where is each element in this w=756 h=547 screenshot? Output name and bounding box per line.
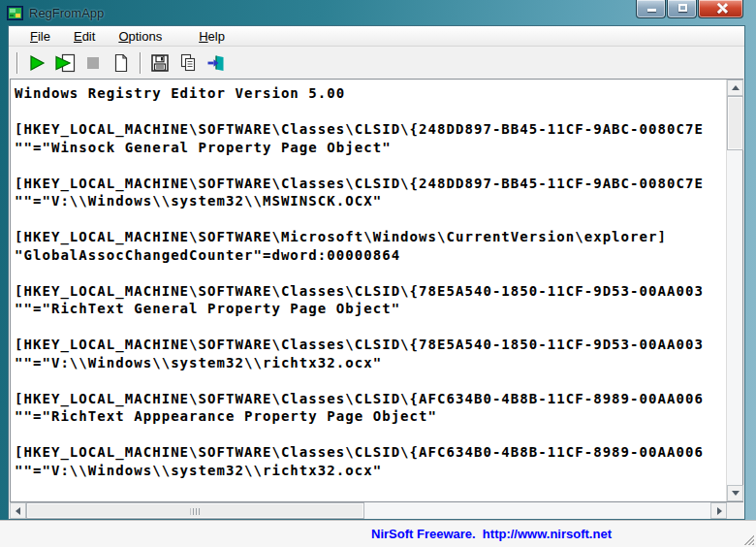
client-area: File Edit Options Help — [8, 25, 745, 520]
registry-editor: Windows Registry Editor Version 5.00 [HK… — [10, 79, 743, 502]
toolbar-separator — [140, 52, 141, 74]
scroll-right-button[interactable] — [710, 502, 727, 519]
run-process-icon — [54, 53, 76, 73]
arrow-down-icon — [732, 491, 740, 496]
horizontal-scroll-thumb[interactable] — [26, 502, 364, 519]
editor-line: ""="RichText Apppearance Property Page O… — [15, 407, 726, 426]
stop-button[interactable] — [79, 50, 107, 77]
run-program-button[interactable] — [22, 50, 50, 77]
app-window: RegFromApp File Edit Options Help — [0, 0, 756, 547]
menu-edit[interactable]: Edit — [62, 27, 107, 46]
save-button[interactable] — [145, 50, 173, 77]
horizontal-scrollbar[interactable] — [10, 502, 743, 519]
editor-line — [15, 103, 726, 121]
arrow-right-icon — [717, 507, 722, 515]
editor-line: [HKEY_LOCAL_MACHINE\SOFTWARE\Classes\CLS… — [15, 175, 726, 193]
editor-line: [HKEY_LOCAL_MACHINE\SOFTWARE\Classes\CLS… — [15, 336, 726, 354]
status-text[interactable]: NirSoft Freeware. http://www.nirsoft.net — [371, 527, 612, 541]
menu-options[interactable]: Options — [107, 27, 173, 46]
toolbar — [9, 48, 744, 79]
new-document-icon — [111, 53, 131, 73]
minimize-button[interactable] — [636, 0, 666, 18]
copy-button[interactable] — [173, 50, 202, 77]
scroll-left-button[interactable] — [10, 502, 26, 519]
menu-bar: File Edit Options Help — [9, 26, 744, 47]
window-title: RegFromApp — [29, 6, 104, 20]
editor-line: ""="V:\\Windows\\system32\\MSWINSCK.OCX" — [15, 192, 726, 210]
arrow-up-icon — [732, 85, 740, 90]
editor-line — [15, 318, 726, 337]
title-bar[interactable]: RegFromApp — [0, 0, 756, 25]
editor-line — [15, 210, 726, 229]
scroll-up-button[interactable] — [727, 80, 743, 96]
registry-text-area[interactable]: Windows Registry Editor Version 5.00 [HK… — [11, 80, 726, 501]
editor-line: ""="V:\\Windows\\system32\\richtx32.ocx" — [15, 354, 726, 372]
menu-file[interactable]: File — [18, 27, 62, 46]
editor-line: ""="RichText General Property Page Objec… — [15, 300, 726, 318]
editor-line: [HKEY_LOCAL_MACHINE\SOFTWARE\Classes\CLS… — [15, 443, 726, 462]
save-icon — [150, 53, 170, 73]
maximize-button[interactable] — [667, 0, 697, 18]
menu-help[interactable]: Help — [187, 27, 236, 46]
clear-button[interactable] — [107, 50, 135, 77]
editor-line — [15, 264, 726, 282]
close-icon — [717, 3, 727, 14]
toolbar-separator — [16, 52, 17, 74]
editor-line: [HKEY_LOCAL_MACHINE\SOFTWARE\Microsoft\W… — [15, 228, 726, 246]
status-bar: NirSoft Freeware. http://www.nirsoft.net — [0, 520, 756, 547]
run-program-icon — [27, 53, 47, 73]
close-button[interactable] — [698, 0, 743, 18]
editor-line — [15, 156, 726, 175]
minimize-icon — [647, 9, 656, 12]
vertical-scroll-thumb[interactable] — [727, 96, 743, 150]
maximize-icon — [678, 4, 687, 12]
editor-line — [15, 426, 726, 444]
editor-line — [15, 371, 726, 390]
editor-line: ""="V:\\Windows\\system32\\richtx32.ocx" — [15, 462, 726, 480]
editor-line: [HKEY_LOCAL_MACHINE\SOFTWARE\Classes\CLS… — [15, 120, 726, 139]
copy-icon — [178, 53, 198, 73]
editor-line: ""="Winsock General Property Page Object… — [15, 139, 726, 157]
editor-line: "GlobalAssocChangedCounter"=dword:000008… — [15, 246, 726, 265]
scroll-down-button[interactable] — [727, 485, 743, 501]
exit-icon — [206, 53, 226, 73]
editor-line: [HKEY_LOCAL_MACHINE\SOFTWARE\Classes\CLS… — [15, 282, 726, 301]
editor-line: Windows Registry Editor Version 5.00 — [15, 84, 726, 103]
window-controls — [636, 0, 743, 18]
scrollbar-corner — [727, 502, 743, 519]
vertical-scrollbar[interactable] — [726, 80, 742, 501]
thumb-grip-icon — [190, 508, 201, 515]
resize-grip-icon[interactable] — [741, 532, 754, 545]
run-process-button[interactable] — [50, 50, 79, 77]
app-icon — [7, 6, 23, 20]
exit-button[interactable] — [202, 50, 230, 77]
arrow-left-icon — [16, 507, 20, 515]
editor-line: [HKEY_LOCAL_MACHINE\SOFTWARE\Classes\CLS… — [15, 390, 726, 408]
stop-icon — [83, 53, 103, 73]
